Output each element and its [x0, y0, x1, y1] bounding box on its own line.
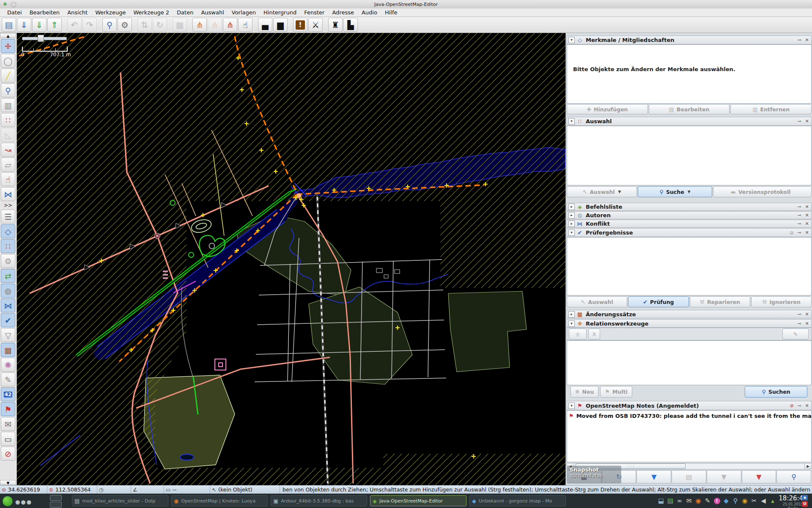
- menu-item-daten[interactable]: Daten: [173, 9, 197, 16]
- menu-item-vorlagen[interactable]: Vorlagen: [228, 9, 260, 16]
- tags-button[interactable]: ◇: [1, 224, 15, 238]
- close-icon[interactable]: ✕: [804, 230, 810, 235]
- item-7[interactable]: ◆: [721, 496, 731, 505]
- pin-icon[interactable]: ⊸: [796, 321, 802, 326]
- zoom-slider-handle[interactable]: [38, 35, 44, 42]
- collapse-icon[interactable]: ▸: [568, 221, 575, 227]
- merkmale-entfernen[interactable]: ▥Entfernen: [730, 104, 812, 114]
- map-canvas[interactable]: [17, 33, 565, 485]
- item-0[interactable]: ⬓: [656, 496, 666, 505]
- collapse-icon[interactable]: ▾: [568, 320, 575, 327]
- collapse-icon[interactable]: ▸: [568, 204, 575, 210]
- search-doc-button[interactable]: ⚲: [102, 18, 117, 32]
- panel-header-autoren[interactable]: ▸ ◍ Autoren ⊸ ✕: [567, 211, 812, 219]
- conflict-button[interactable]: ⋈: [1, 298, 15, 312]
- pin-icon[interactable]: ⊸: [796, 230, 802, 235]
- menu-item-bearbeiten[interactable]: Bearbeiten: [26, 9, 63, 16]
- item-2[interactable]: ▼: [636, 470, 671, 483]
- redo-button[interactable]: ↷: [82, 18, 97, 32]
- splice-light-button[interactable]: ⋔: [208, 18, 222, 32]
- auswahl-list[interactable]: [567, 126, 812, 185]
- item-1[interactable]: ▤: [666, 496, 675, 505]
- item-4[interactable]: ▼: [707, 470, 741, 483]
- task-ardour-64bit-3-5-380-dbg-bas[interactable]: ▣Ardour_64bit-3.5.380-dbg : bas: [271, 495, 367, 506]
- collapse-icon[interactable]: ▾: [568, 37, 575, 43]
- close-icon[interactable]: ✕: [804, 312, 810, 317]
- improve-accuracy-button[interactable]: ☝: [1, 172, 15, 186]
- draw-node-button[interactable]: ╱: [1, 69, 15, 83]
- merge-button[interactable]: ⋈: [1, 187, 15, 201]
- pruefung-ignorieren[interactable]: ⚒Ignorieren: [751, 296, 812, 307]
- pin-icon[interactable]: ⊸: [796, 37, 802, 43]
- menu-item-fenster[interactable]: Fenster: [300, 9, 328, 16]
- collapse-icon[interactable]: ▸: [568, 212, 575, 218]
- members-button[interactable]: ◍: [1, 284, 15, 298]
- combine-button[interactable]: ⋔: [223, 18, 237, 32]
- follow-line-button[interactable]: ↝: [1, 143, 15, 157]
- ruler-button[interactable]: ▭: [1, 432, 15, 446]
- panel-header-konflikt[interactable]: ▸ ⋈ Konflikt ⊸ ✕: [567, 220, 812, 228]
- close-icon[interactable]: ✕: [804, 221, 810, 226]
- panel-header-befehlsliste[interactable]: ▸ ◈ Befehlsliste ⊸ ✕: [567, 203, 812, 211]
- zoom-button[interactable]: ⚲: [1, 83, 15, 97]
- delete-tool-button[interactable]: ▥: [1, 98, 15, 112]
- autosort-button[interactable]: ⇄: [1, 269, 15, 283]
- menu-item-auswahl[interactable]: Auswahl: [197, 9, 228, 16]
- open-file-button[interactable]: ▤: [2, 18, 16, 32]
- validator-button[interactable]: ✔: [1, 313, 15, 327]
- factory-button[interactable]: ▙: [343, 18, 358, 32]
- panel-header-pruefergebnisse[interactable]: ▾ ✔ Prüfergebnisse ▫ ⊸ ✕: [567, 228, 812, 237]
- save-button[interactable]: ⇓: [17, 18, 31, 32]
- item-3[interactable]: ▤: [672, 470, 706, 483]
- note-pin-button[interactable]: ⚑: [1, 402, 15, 416]
- close-icon[interactable]: ✕: [804, 37, 810, 43]
- neu-button[interactable]: ❋Neu: [571, 386, 598, 398]
- item-6[interactable]: ⚲: [776, 470, 811, 483]
- message-button[interactable]: ✉: [1, 417, 15, 431]
- pin-icon[interactable]: ⊸: [796, 403, 802, 409]
- lasso-button[interactable]: ◯: [1, 54, 15, 68]
- panel-header-relationswerkzeuge[interactable]: ▾ ❖ Relationswerkzeuge ⊸ ✕: [567, 319, 812, 328]
- panel-header-merkmale[interactable]: ▾ ◇ Merkmale / Mitgliedschaften ⊸ ✕: [567, 36, 812, 44]
- item-12[interactable]: ▴: [768, 496, 777, 505]
- car-button[interactable]: ▄: [258, 18, 272, 32]
- hand-button[interactable]: ☝: [238, 18, 252, 32]
- collapse-icon[interactable]: ▾: [568, 229, 575, 236]
- close-icon[interactable]: ✕: [804, 321, 810, 326]
- changeset-button[interactable]: ▦: [1, 343, 15, 357]
- merkmale-bearbeiten[interactable]: ▤Bearbeiten: [649, 104, 730, 114]
- pin-icon[interactable]: ⊸: [796, 119, 802, 124]
- notes-toggle-icon[interactable]: ⊘: [789, 403, 795, 409]
- selection-button[interactable]: ∷: [1, 239, 15, 253]
- menu-item-audio[interactable]: Audio: [358, 9, 381, 16]
- u-tray-icon[interactable]: U: [802, 501, 808, 507]
- auswahl-versionsprotokoll[interactable]: ▬Versionsprotokoll: [713, 186, 812, 197]
- menu-item-adresse[interactable]: Adresse: [328, 9, 358, 16]
- panel-header-notes[interactable]: ▾ ⚑ OpenStreetMap Notes (Angemeldet) ⊘ ⊸…: [567, 401, 812, 410]
- taskbar-dots-icon[interactable]: ●●●: [15, 499, 32, 505]
- task-mod-klixo-articles-slider-dolp[interactable]: ▤mod_klixo_articles_slider - Dolp: [72, 495, 168, 506]
- relation-edit-button[interactable]: ✎: [782, 329, 809, 340]
- pin-icon[interactable]: ⊸: [796, 312, 802, 317]
- note-item-note-pin-button[interactable]: ⚑Moved from OSB ID743730: please add the…: [567, 411, 811, 421]
- virtual-desktop-pager[interactable]: [50, 495, 62, 508]
- select-tool-button[interactable]: ✛: [1, 39, 15, 53]
- setsquare-button[interactable]: ◺: [1, 128, 15, 142]
- gears-button[interactable]: ⚙: [1, 254, 15, 268]
- merkmale-hinzufügen[interactable]: ✚Hinzufügen: [567, 104, 648, 114]
- relation-list[interactable]: [567, 340, 812, 385]
- window-titlebar[interactable]: ❖ ◯ Java-OpenStreetMap-Editor: [0, 0, 812, 9]
- relation-delete-button[interactable]: X: [588, 329, 600, 340]
- layers-button[interactable]: ☰: [1, 210, 15, 224]
- sidebar-more-button[interactable]: >>: [1, 202, 15, 209]
- suchen-button[interactable]: ⚲Suchen: [745, 386, 807, 398]
- restriction-button[interactable]: ⊘: [1, 447, 15, 461]
- pruefergebnisse-list[interactable]: [567, 237, 812, 295]
- scroll-down-icon[interactable]: ▼: [0, 480, 16, 485]
- extrude-button[interactable]: ▱: [1, 157, 15, 171]
- collapse-icon[interactable]: ▸: [568, 311, 575, 318]
- menu-item-ansicht[interactable]: Ansicht: [63, 9, 91, 16]
- scrollbar-right-icon[interactable]: ▶: [804, 464, 811, 469]
- lock-tray-icon[interactable]: ▪: [802, 495, 808, 500]
- download-button[interactable]: ⇓: [32, 18, 47, 32]
